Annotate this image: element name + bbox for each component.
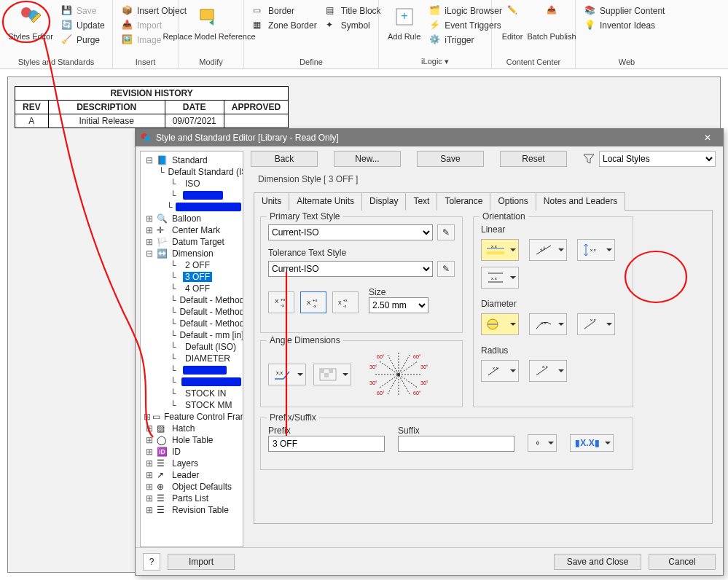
style-name-label: Dimension Style [ 3 OFF ] <box>258 174 716 184</box>
dia-2-button[interactable]: x.x <box>529 313 567 335</box>
primary-style-select[interactable]: Current-ISO <box>268 224 433 240</box>
svg-text:-x: -x <box>313 304 316 308</box>
help-icon[interactable]: ? <box>143 553 160 571</box>
replace-model-button[interactable]: Replace Model Reference <box>186 4 232 42</box>
title-block-icon: ▤ <box>326 5 337 17</box>
close-icon[interactable]: ✕ <box>697 133 719 143</box>
save-style-button[interactable]: Save <box>417 151 484 167</box>
format-sample-button[interactable]: ▮X.X▮ <box>570 434 614 452</box>
symbol-picker-button[interactable]: ∘ <box>528 434 557 452</box>
group-label-web: Web <box>583 56 670 68</box>
revision-table-icon: ☰ <box>157 505 168 515</box>
tab-alt-units[interactable]: Alternate Units <box>289 192 362 211</box>
border-button[interactable]: ▭Border <box>251 4 318 17</box>
svg-text:-x: -x <box>281 303 284 307</box>
svg-text:+: + <box>401 9 407 22</box>
dimension-icon: ↔️ <box>157 248 168 259</box>
purge-button[interactable]: 🧹Purge <box>60 34 106 47</box>
redacted-item <box>183 191 223 200</box>
svg-text:x.x: x.x <box>542 364 548 369</box>
tol-stack-1-button[interactable]: X+x-x <box>268 291 294 313</box>
add-rule-icon: + <box>393 5 416 28</box>
group-label-ilogic: iLogic ▾ <box>386 55 484 68</box>
tree-selected[interactable]: 3 OFF <box>183 272 212 282</box>
edit-primary-icon[interactable]: ✎ <box>437 224 455 240</box>
object-defaults-icon: ⊕ <box>157 482 168 492</box>
tab-notes[interactable]: Notes and Leaders <box>536 192 625 211</box>
table-row: A Initial Release 09/07/2021 <box>15 114 289 128</box>
add-rule-button[interactable]: + Add Rule <box>386 4 422 42</box>
tol-stack-3-button[interactable]: X+x-x <box>332 291 359 313</box>
title-block-button[interactable]: ▤Title Block <box>324 4 383 17</box>
editor-button[interactable]: ✏️Editor <box>499 4 525 42</box>
inventor-ideas-icon: 💡 <box>584 20 596 31</box>
supplier-content-icon: 📚 <box>584 5 596 17</box>
svg-text:+x: +x <box>343 298 348 302</box>
scope-select[interactable]: Local Styles <box>599 151 716 167</box>
back-button[interactable]: Back <box>251 151 318 167</box>
svg-rect-2 <box>200 9 214 20</box>
styles-editor-label: Styles Editor <box>8 32 53 41</box>
svg-text:-x: -x <box>343 304 347 308</box>
svg-rect-19 <box>329 369 333 373</box>
angle-dim-fieldset: Angle Dimensions x.x <box>260 340 463 407</box>
dia-1-button[interactable] <box>481 313 519 335</box>
ilogic-browser-icon: 🗂️ <box>429 5 441 17</box>
center-mark-icon: ✛ <box>157 225 168 235</box>
tab-display[interactable]: Display <box>361 192 406 211</box>
rad-2-button[interactable]: x.x <box>529 360 567 382</box>
update-button[interactable]: 🔄Update <box>60 19 106 32</box>
leader-icon: ↗ <box>157 470 168 480</box>
suffix-input[interactable] <box>398 436 514 452</box>
styles-editor-button[interactable]: Styles Editor <box>7 4 54 42</box>
tab-units[interactable]: Units <box>254 192 289 211</box>
supplier-content-button[interactable]: 📚Supplier Content <box>583 4 666 17</box>
import-icon: 📥 <box>122 20 133 31</box>
update-icon: 🔄 <box>61 20 73 31</box>
zone-border-button[interactable]: ▦Zone Border <box>251 19 318 32</box>
group-label-styles: Styles and Standards <box>7 56 105 68</box>
id-icon: 🆔 <box>157 447 168 457</box>
inventor-ideas-button[interactable]: 💡Inventor Ideas <box>583 19 666 32</box>
save-icon: 💾 <box>61 5 73 17</box>
ribbon: Styles Editor 💾Save 🔄Update 🧹Purge Style… <box>0 0 728 69</box>
tab-tolerance[interactable]: Tolerance <box>437 192 490 211</box>
angle-horiz-button[interactable]: x.x <box>268 364 306 385</box>
styles-editor-icon <box>19 5 42 28</box>
dia-3-button[interactable]: x.x <box>577 313 615 335</box>
batch-publish-button[interactable]: 📤Batch Publish <box>531 4 572 42</box>
rad-1-button[interactable]: x.x <box>481 360 519 382</box>
tab-text[interactable]: Text <box>405 192 437 211</box>
angle-checker-button[interactable] <box>313 364 351 385</box>
linear-vert-button[interactable]: x.x <box>577 239 615 261</box>
hole-table-icon: ◯ <box>157 435 168 445</box>
svg-text:30°: 30° <box>420 364 428 369</box>
filter-icon[interactable] <box>583 153 595 165</box>
symbol-button[interactable]: ✦Symbol <box>324 19 383 32</box>
new-button[interactable]: New... <box>334 151 401 167</box>
linear-horiz-button[interactable]: x.x <box>481 239 519 261</box>
dialog-titlebar[interactable]: Style and Standard Editor [Library - Rea… <box>136 129 723 146</box>
edit-tolerance-icon[interactable]: ✎ <box>437 261 455 277</box>
linear-diag-button[interactable]: x.x <box>529 239 567 261</box>
tabs: Units Alternate Units Display Text Toler… <box>254 192 713 211</box>
datum-target-icon: 🏳️ <box>157 237 168 247</box>
save-and-close-button[interactable]: Save and Close <box>554 554 641 570</box>
parts-list-icon: ☰ <box>157 493 168 503</box>
reset-button[interactable]: Reset <box>500 151 567 167</box>
cancel-button[interactable]: Cancel <box>649 554 716 570</box>
prefix-input[interactable] <box>268 436 385 452</box>
tab-options[interactable]: Options <box>490 192 536 211</box>
svg-text:x.x: x.x <box>590 318 596 322</box>
angle-compass-icon: 60°30°30°60°60°30°30°60° <box>359 348 439 401</box>
group-label-insert: Insert <box>120 56 171 68</box>
revision-history-table: REVISION HISTORY REV DESCRIPTION DATE AP… <box>15 86 289 128</box>
linear-split-button[interactable]: x.x <box>481 267 519 289</box>
svg-text:60°: 60° <box>377 354 385 359</box>
size-select[interactable]: 2.50 mm <box>369 297 428 313</box>
tolerance-style-select[interactable]: Current-ISO <box>268 261 433 277</box>
style-tree[interactable]: ⊟📘Standard └Default Standard (ISO) └ISO … <box>140 151 243 547</box>
expand-icon[interactable]: ⊟ <box>144 155 155 165</box>
tol-stack-2-button[interactable]: X+x-x <box>300 291 326 313</box>
import-button-dlg[interactable]: Import <box>168 554 235 570</box>
